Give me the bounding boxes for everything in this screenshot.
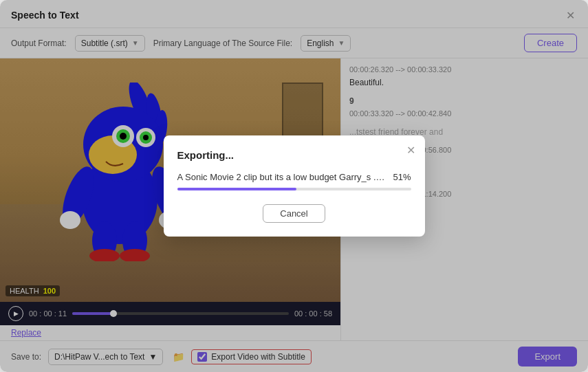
modal-percent: 51% [393, 172, 411, 182]
modal-title: Exporting... [177, 149, 411, 161]
modal-overlay: Exporting... ✕ A Sonic Movie 2 clip but … [0, 0, 588, 372]
modal-progress-track [177, 188, 411, 190]
modal-close-button[interactable]: ✕ [406, 144, 415, 157]
modal-progress-fill [177, 188, 296, 190]
modal-cancel-button[interactable]: Cancel [263, 204, 325, 223]
main-window: Speech to Text ✕ Output Format: Subtitle… [0, 0, 588, 372]
modal-filename: A Sonic Movie 2 clip but its a low budge… [177, 172, 386, 182]
export-modal: Exporting... ✕ A Sonic Movie 2 clip but … [164, 135, 425, 237]
modal-file-row: A Sonic Movie 2 clip but its a low budge… [177, 172, 411, 182]
